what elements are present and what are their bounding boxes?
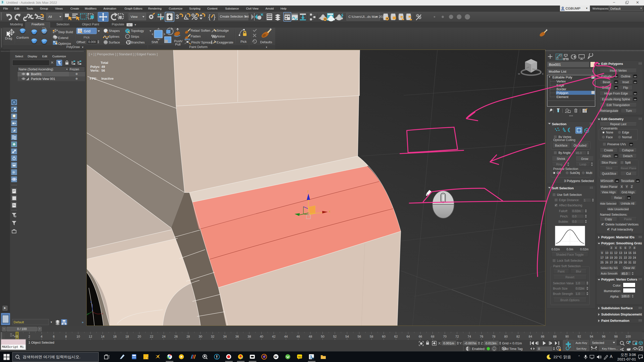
svg-text:54: 54	[345, 335, 349, 338]
svg-text:18: 18	[125, 335, 129, 338]
svg-text:Optimize: Optimize	[58, 42, 71, 46]
svg-text:0: 0	[16, 335, 18, 338]
svg-text:24: 24	[162, 335, 166, 338]
svg-text:76: 76	[480, 335, 483, 338]
svg-text:82: 82	[516, 335, 520, 338]
svg-text:TALK: TALK	[298, 356, 303, 358]
svg-text:86: 86	[541, 335, 544, 338]
svg-text:0: 0	[494, 347, 495, 350]
svg-text:64: 64	[407, 335, 410, 338]
svg-text:{: {	[208, 13, 211, 21]
svg-text:36: 36	[235, 335, 239, 338]
svg-text:90: 90	[565, 335, 569, 338]
svg-text:Smudge: Smudge	[217, 29, 229, 32]
svg-text:FPS:: FPS:	[90, 77, 97, 80]
svg-text:34: 34	[223, 335, 227, 338]
svg-text:W: W	[274, 355, 277, 359]
svg-text:-0.007m: -0.007m	[464, 341, 476, 345]
svg-text:94: 94	[590, 335, 593, 338]
svg-text:Flatten: Flatten	[191, 34, 201, 38]
svg-text:Conform: Conform	[16, 36, 29, 39]
svg-text:Offset:: Offset:	[76, 40, 86, 44]
svg-text:16: 16	[113, 335, 117, 338]
svg-text:Drag: Drag	[5, 36, 12, 40]
svg-text:Polys:: Polys:	[90, 65, 100, 69]
svg-text:Enabled:: Enabled:	[472, 347, 485, 351]
svg-text:74: 74	[468, 335, 471, 338]
svg-text:100: 100	[626, 335, 631, 338]
svg-text:Pick: Pick	[240, 40, 247, 43]
svg-text:Verts:: Verts:	[90, 69, 99, 72]
svg-text:38: 38	[248, 335, 251, 338]
svg-text:Key Filters...: Key Filters...	[602, 347, 618, 350]
svg-text:84: 84	[529, 335, 532, 338]
svg-text:y: y	[87, 312, 89, 315]
svg-text:C:\Users\JI...ds Max 202⋮: C:\Users\JI...ds Max 202⋮	[348, 15, 387, 19]
svg-text:14: 14	[101, 335, 104, 338]
svg-text:72: 72	[455, 335, 459, 338]
svg-text:56: 56	[357, 335, 361, 338]
svg-text:All: All	[48, 15, 52, 19]
svg-text:0.000: 0.000	[88, 40, 96, 44]
svg-text:4: 4	[41, 335, 43, 338]
svg-text:Z:: Z:	[481, 341, 484, 345]
svg-text:❄: ❄	[12, 170, 15, 174]
svg-text:Shapes: Shapes	[109, 29, 120, 33]
svg-text:8: 8	[65, 335, 67, 338]
svg-text:44: 44	[284, 335, 288, 338]
svg-text:Branches: Branches	[131, 40, 145, 44]
svg-text:62: 62	[394, 335, 398, 338]
svg-text:Grid = 0.01m: Grid = 0.01m	[502, 341, 522, 345]
svg-text:46: 46	[296, 335, 300, 338]
svg-text:Step Build: Step Build	[58, 30, 73, 34]
svg-text:2: 2	[28, 335, 30, 338]
svg-text:32: 32	[211, 335, 214, 338]
svg-text:6: 6	[53, 335, 55, 338]
svg-text:58: 58	[370, 335, 373, 338]
svg-text:z: z	[90, 300, 92, 303]
svg-text:30: 30	[199, 335, 202, 338]
svg-text:Splines: Splines	[109, 35, 119, 38]
svg-text:28: 28	[186, 335, 190, 338]
svg-text:Relax/ Soften: Relax/ Soften	[191, 29, 210, 32]
svg-text:X:: X:	[438, 341, 441, 345]
svg-text:Add Time Tag: Add Time Tag	[503, 347, 522, 351]
svg-text:10: 10	[76, 335, 80, 338]
svg-text:40: 40	[260, 335, 263, 338]
svg-text:42: 42	[272, 335, 275, 338]
svg-text:60: 60	[382, 335, 385, 338]
svg-text:Pinch/ Spread: Pinch/ Spread	[191, 40, 212, 44]
svg-text:Create Selection Set: Create Selection Set	[220, 15, 249, 18]
svg-text:Surface: Surface	[109, 40, 120, 44]
svg-text:[ + ] [ Perspective ] [ Standa: [ + ] [ Perspective ] [ Standard ] [ Edg…	[89, 52, 158, 56]
svg-text:Inactive: Inactive	[101, 77, 113, 80]
svg-text:0.013m: 0.013m	[486, 341, 496, 345]
svg-text:92: 92	[578, 335, 581, 338]
svg-text:Pull: Pull	[175, 42, 181, 46]
svg-text:Shift: Shift	[151, 40, 158, 44]
svg-text:56: 56	[101, 69, 105, 72]
svg-text:52: 52	[333, 335, 337, 338]
svg-text:Noise: Noise	[217, 34, 225, 38]
svg-text:x: x	[329, 210, 330, 213]
svg-text:50: 50	[321, 335, 325, 338]
svg-text:Selected: Selected	[592, 341, 604, 345]
svg-text:Extend: Extend	[58, 36, 68, 40]
svg-text:26: 26	[174, 335, 178, 338]
svg-text:x: x	[102, 312, 103, 315]
svg-text:70: 70	[443, 335, 447, 338]
svg-text:Pick: Pick	[84, 35, 90, 39]
svg-text:3: 3	[310, 355, 312, 359]
svg-text:View: View	[131, 15, 138, 19]
svg-text:68: 68	[431, 335, 434, 338]
svg-text:Defaults: Defaults	[260, 40, 272, 44]
svg-text:Total: Total	[101, 61, 108, 65]
svg-text:80: 80	[504, 335, 508, 338]
svg-text:88: 88	[553, 335, 557, 338]
svg-text:12: 12	[89, 335, 92, 338]
svg-text:3: 3	[176, 13, 179, 20]
svg-text:E: E	[542, 73, 544, 75]
svg-text:96: 96	[602, 335, 606, 338]
svg-text:98: 98	[614, 335, 618, 338]
svg-text:Topology: Topology	[131, 29, 144, 33]
